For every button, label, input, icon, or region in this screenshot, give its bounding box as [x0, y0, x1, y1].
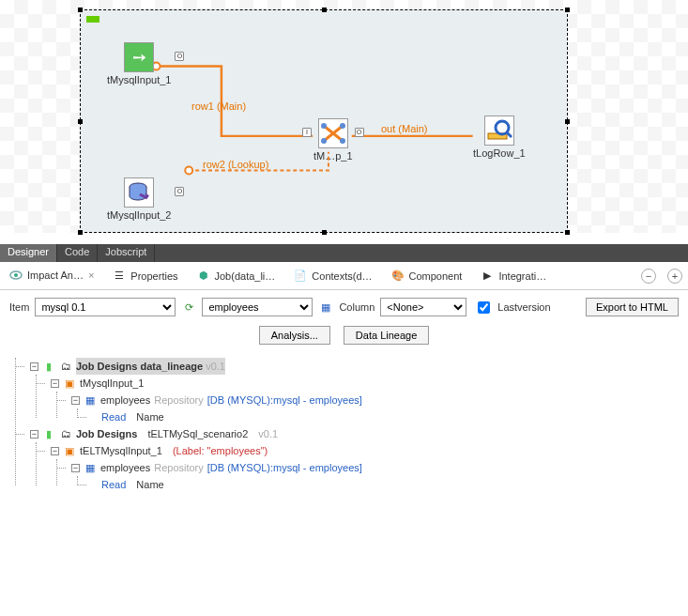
node-tmysqlinput-2[interactable]: tMysqlInput_2 O: [107, 177, 171, 221]
data-lineage-button[interactable]: Data Lineage: [344, 326, 429, 345]
lastversion-checkbox[interactable]: [478, 301, 490, 314]
tmap-icon: [318, 118, 348, 148]
tree-component-extra: (Label: "employees"): [173, 442, 268, 459]
properties-icon: ☰: [113, 270, 126, 283]
tab-jobscript[interactable]: Jobscript: [98, 244, 155, 262]
job-canvas[interactable]: ➙ tMysqlInput_1 O tMysqlInput_2 O I O tM…: [80, 9, 568, 233]
tab-designer[interactable]: Designer: [0, 244, 57, 262]
node-label: tLogRow_1: [473, 147, 526, 159]
tree-job-name: data_lineage: [140, 361, 203, 372]
action-button-row: Analysis... Data Lineage: [0, 324, 688, 354]
tree-jobdesigns-label: Job Designs: [76, 361, 137, 372]
svg-point-6: [340, 138, 345, 144]
component-icon: ▣: [63, 377, 76, 389]
svg-point-5: [340, 123, 345, 129]
node-label: tM…p_1: [313, 150, 353, 162]
tree-db-source: [DB (MYSQL):mysql - employees]: [207, 392, 362, 408]
analysis-button[interactable]: Analysis...: [259, 326, 330, 345]
db-input-icon: ➙: [124, 42, 154, 72]
svg-point-1: [185, 167, 192, 175]
view-tabbar: Impact An… × ☰ Properties ⬢ Job(data_li……: [0, 262, 688, 290]
tree-job-name[interactable]: tELTMySql_scenario2: [147, 425, 248, 442]
flow-label-out: out (Main): [381, 123, 428, 134]
tree-job-version: v0.1: [258, 425, 278, 442]
tree-op: Read: [101, 476, 126, 493]
result-tree[interactable]: − ▮ 🗂 Job Designs data_lineage v0.1 − ▣ …: [0, 354, 688, 512]
expand-toggle[interactable]: −: [51, 447, 59, 455]
palette-icon: 🎨: [391, 270, 405, 283]
expand-toggle[interactable]: −: [30, 362, 38, 371]
component-icon: ▣: [63, 445, 76, 456]
design-canvas-area: ➙ tMysqlInput_1 O tMysqlInput_2 O I O tM…: [0, 0, 688, 233]
view-label: Integrati…: [498, 270, 546, 282]
tree-table-name[interactable]: employees: [100, 392, 150, 408]
column-label: Column: [339, 301, 375, 313]
tree-table-name[interactable]: employees: [100, 459, 150, 476]
indicator-icon: ▮: [42, 428, 55, 439]
view-label: Properties: [130, 270, 177, 282]
expand-toggle[interactable]: −: [71, 464, 80, 472]
node-tmysqlinput-1[interactable]: ➙ tMysqlInput_1 O: [107, 42, 171, 85]
db-cylinder-icon: [124, 177, 154, 208]
svg-point-11: [14, 273, 18, 277]
indicator-icon: ▮: [42, 361, 55, 372]
output-port[interactable]: O: [175, 187, 184, 196]
view-label: Impact An…: [27, 270, 84, 281]
tree-jobdesigns-label: Job Designs: [76, 425, 137, 442]
tree-col: Name: [136, 476, 163, 493]
contexts-icon: 📄: [294, 270, 307, 283]
expand-toggle[interactable]: −: [30, 430, 38, 439]
svg-point-4: [321, 138, 327, 144]
tree-component-name[interactable]: tELTMysqlInput_1: [80, 442, 162, 459]
logrow-icon: [484, 116, 514, 146]
svg-point-3: [321, 123, 327, 129]
table-select[interactable]: employees: [202, 298, 313, 316]
grid-icon[interactable]: ▦: [318, 300, 333, 315]
view-component[interactable]: 🎨 Component: [388, 266, 466, 286]
view-impact-analysis[interactable]: Impact An… ×: [6, 265, 98, 287]
expand-toggle[interactable]: −: [51, 379, 59, 388]
view-label: Component: [409, 270, 463, 282]
view-job[interactable]: ⬢ Job(data_li…: [193, 266, 280, 286]
table-icon: ▦: [84, 462, 97, 473]
view-label: Job(data_li…: [215, 270, 276, 282]
tree-repo-label: Repository: [154, 392, 204, 408]
editor-tabbar: Designer Code Jobscript: [0, 244, 688, 262]
close-icon[interactable]: ×: [88, 270, 94, 281]
refresh-icon[interactable]: ⟳: [181, 300, 196, 315]
item-select[interactable]: mysql 0.1: [35, 298, 176, 316]
tree-repo-label: Repository: [154, 459, 204, 476]
flow-label-row1: row1 (Main): [191, 100, 246, 112]
canvas-status-tag: [86, 16, 99, 23]
export-html-button[interactable]: Export to HTML: [586, 298, 679, 316]
svg-point-8: [496, 121, 509, 134]
node-tmap[interactable]: I O tM…p_1: [313, 118, 353, 162]
node-label: tMysqlInput_1: [107, 74, 171, 85]
expand-toggle[interactable]: −: [71, 396, 80, 405]
integration-icon: ▶: [481, 270, 494, 283]
input-port[interactable]: I: [302, 128, 312, 137]
tree-op: Read: [101, 408, 126, 425]
eye-icon: [9, 269, 23, 282]
view-contexts[interactable]: 📄 Contexts(d…: [290, 266, 375, 286]
output-port[interactable]: O: [175, 52, 184, 61]
tab-code[interactable]: Code: [57, 244, 98, 262]
tree-col: Name: [136, 408, 163, 425]
tree-db-source: [DB (MYSQL):mysql - employees]: [207, 459, 362, 476]
tree-job-version: v0.1: [206, 361, 225, 372]
column-select[interactable]: <None>: [380, 298, 466, 316]
job-icon: ⬢: [197, 270, 210, 283]
lastversion-label: Lastversion: [497, 301, 550, 313]
flow-label-row2: row2 (Lookup): [203, 159, 268, 170]
view-integration[interactable]: ▶ Integrati…: [477, 266, 550, 286]
node-tlogrow[interactable]: tLogRow_1: [473, 116, 526, 159]
filter-toolbar: Item mysql 0.1 ⟳ employees ▦ Column <Non…: [0, 290, 688, 324]
table-icon: ▦: [84, 394, 97, 406]
minimize-button[interactable]: −: [641, 269, 656, 284]
output-port[interactable]: O: [355, 128, 364, 137]
job-designs-icon: 🗂: [59, 361, 72, 372]
maximize-button[interactable]: +: [667, 269, 682, 284]
view-properties[interactable]: ☰ Properties: [109, 266, 181, 286]
item-label: Item: [9, 301, 29, 313]
tree-component-name[interactable]: tMysqlInput_1: [80, 375, 144, 392]
